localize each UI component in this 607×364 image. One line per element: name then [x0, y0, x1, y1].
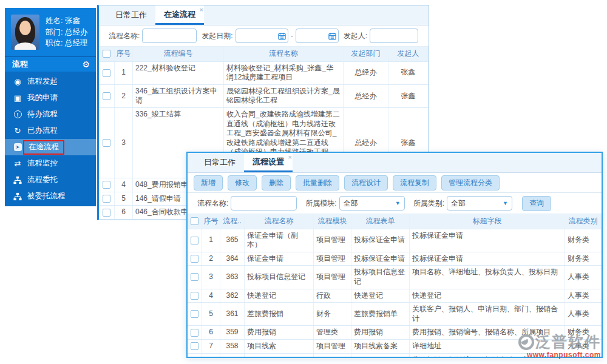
main-tab-在途流程[interactable]: 在途流程×: [155, 5, 204, 25]
row-checkbox[interactable]: [191, 292, 198, 300]
chevron-down-icon: ▼: [395, 200, 401, 206]
date-to-input[interactable]: [296, 29, 339, 43]
flow-name-input[interactable]: [142, 29, 197, 43]
chevron-down-icon: ▼: [503, 200, 508, 206]
table-header-row: 序号流程..流程名称流程模块流程表单标题字段流程类别: [188, 214, 602, 229]
column-header: 序号: [115, 47, 133, 61]
toolbar-button-流程设计[interactable]: 流程设计: [344, 175, 388, 190]
gear-icon[interactable]: ⚙: [82, 59, 90, 69]
close-icon[interactable]: ×: [288, 154, 292, 161]
row-checkbox[interactable]: [191, 329, 198, 337]
sidebar-item-label: 我的申请: [27, 93, 58, 103]
module-select[interactable]: 全部 ▼: [339, 196, 405, 211]
dialog-toolbar: 新增修改删除批量删除流程设计流程复制管理流程分类: [188, 173, 602, 193]
flow-name-input[interactable]: [231, 196, 297, 211]
cell-code: 222_材料验收登记: [133, 62, 224, 84]
cell-form: 费用报销: [351, 326, 410, 339]
row-checkbox[interactable]: [103, 181, 110, 189]
cell-select: [188, 252, 202, 266]
row-checkbox[interactable]: [191, 273, 198, 281]
cell-name: 项目线索: [245, 340, 314, 353]
cell-seq: 2: [202, 252, 220, 266]
dept-label: 部门:: [46, 28, 63, 36]
sidebar-item-被委托流程[interactable]: 被委托流程: [5, 188, 96, 204]
cell-initiator: 张鑫: [388, 62, 429, 84]
sidebar-item-流程监控[interactable]: ⇄流程监控: [5, 155, 96, 172]
select-all-header: [188, 214, 202, 229]
done-flow-icon: ↻: [13, 126, 22, 136]
category-label: 所属类别:: [413, 198, 444, 209]
table-row: 2364保证金申请项目管理投标保证金申请投标保证金申请财务类: [188, 252, 602, 266]
row-checkbox[interactable]: [191, 237, 198, 244]
flow-settings-window: 日常工作流程设置× 新增修改删除批量删除流程设计流程复制管理流程分类 流程名称:…: [186, 152, 603, 358]
dialog-tab-日常工作[interactable]: 日常工作: [195, 153, 244, 172]
toolbar-button-批量删除[interactable]: 批量删除: [296, 175, 339, 190]
dialog-tab-流程设置[interactable]: 流程设置×: [244, 153, 293, 172]
table-row: 1222_材料验收登记材料验收登记_材料采购_张鑫_华润12城房建工程项目总经办…: [99, 62, 429, 85]
row-checkbox[interactable]: [191, 342, 198, 350]
name-value: 张鑫: [65, 16, 80, 25]
sidebar-item-label: 流程监控: [27, 158, 58, 169]
cell-code: 358: [220, 340, 245, 353]
cell-code: 359: [220, 326, 245, 339]
sidebar-item-已办流程[interactable]: ↻已办流程: [5, 123, 96, 139]
date-separator: -: [291, 32, 293, 40]
title-value: 总经理: [65, 39, 88, 47]
column-header: 流程名称: [224, 47, 344, 61]
sidebar-item-我的申请[interactable]: ▣我的申请: [5, 90, 96, 106]
select-all-checkbox[interactable]: [103, 50, 110, 58]
row-checkbox[interactable]: [103, 69, 110, 77]
select-all-checkbox[interactable]: [191, 217, 198, 225]
sidebar-item-label: 已办流程: [27, 126, 58, 136]
cell-category: 人事类: [565, 303, 602, 325]
sidebar-item-label: 在途流程: [23, 140, 64, 155]
row-checkbox[interactable]: [103, 195, 110, 203]
avatar-face: [19, 21, 31, 35]
row-checkbox[interactable]: [191, 255, 198, 263]
cell-seq: 5: [115, 192, 133, 206]
cell-code: 364: [220, 252, 245, 266]
row-checkbox[interactable]: [103, 139, 110, 147]
cell-dept: 总经办: [344, 85, 388, 107]
sidebar-item-流程委托[interactable]: 流程委托: [5, 172, 96, 188]
cell-select: [188, 326, 202, 339]
dept-value: 总经办: [65, 28, 88, 36]
cell-form: 投标保证金申请: [351, 229, 410, 252]
search-button[interactable]: 查询: [522, 196, 551, 211]
avatar: [11, 15, 39, 50]
table-row: 2346_施工组织设计方案申请晟铭园林绿化工程组织设计方案_晟铭园林绿化工程总经…: [99, 85, 429, 108]
toolbar-button-删除[interactable]: 删除: [262, 175, 291, 190]
cell-name: 测试费用报销: [245, 354, 314, 358]
close-icon[interactable]: ×: [200, 7, 203, 13]
module-select-value: 全部: [344, 198, 395, 209]
category-select[interactable]: 全部 ▼: [447, 196, 512, 211]
flow-name-label: 流程名称:: [197, 198, 228, 209]
row-checkbox[interactable]: [103, 92, 110, 100]
profile-info: 姓名: 张鑫 部门: 总经办 职位: 总经理: [46, 15, 87, 50]
sidebar-item-在途流程[interactable]: ➤在途流程: [5, 139, 96, 155]
category-select-value: 全部: [451, 198, 503, 209]
cell-select: [99, 206, 115, 219]
toolbar-button-流程复制[interactable]: 流程复制: [393, 175, 436, 190]
sidebar-item-待办流程[interactable]: !待办流程: [5, 106, 96, 123]
sidebar-item-流程发起[interactable]: ◉流程发起: [5, 73, 96, 90]
sidebar-item-label: 流程委托: [27, 175, 58, 185]
cell-title: 快递登记: [410, 289, 565, 303]
row-checkbox[interactable]: [191, 310, 198, 318]
table-row: 6359费用报销管理类费用报销费用报销、报销编号、报销名称、所属项目财务类: [188, 326, 602, 340]
cell-module: 行政: [314, 289, 351, 303]
cell-seq: 4: [202, 289, 220, 303]
main-tabbar: 日常工作在途流程×: [99, 5, 429, 25]
module-label: 所属模块:: [305, 198, 336, 209]
cell-select: [188, 266, 202, 288]
main-tab-日常工作[interactable]: 日常工作: [107, 5, 155, 25]
toolbar-button-管理流程分类[interactable]: 管理流程分类: [441, 175, 500, 190]
row-checkbox[interactable]: [103, 209, 110, 217]
toolbar-button-修改[interactable]: 修改: [228, 175, 257, 190]
initiator-input[interactable]: [370, 29, 418, 43]
cell-category: 人事类: [565, 289, 602, 303]
cell-name: 晟铭园林绿化工程组织设计方案_晟铭园林绿化工程: [224, 85, 344, 107]
select-all-header: [99, 47, 115, 61]
date-from-input[interactable]: [236, 29, 288, 43]
toolbar-button-新增[interactable]: 新增: [194, 175, 223, 190]
